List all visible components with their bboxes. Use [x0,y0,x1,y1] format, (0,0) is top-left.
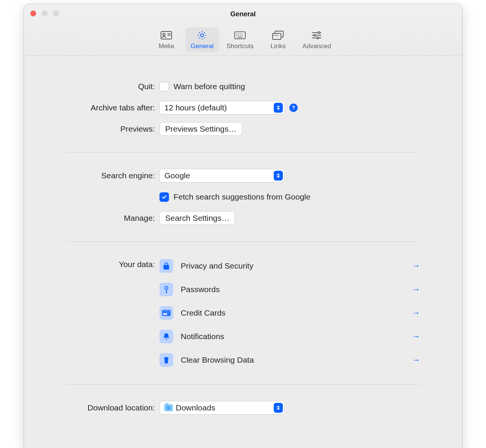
tab-melia[interactable]: Melia [150,27,183,52]
gear-icon [196,30,208,40]
row-title: Clear Browsing Data [181,355,404,365]
sliders-icon [311,30,322,40]
archive-tabs-label: Archive tabs after: [66,103,155,112]
row-title: Privacy and Security [181,261,404,270]
your-data-list: Privacy and Security → Passwords → [159,255,420,371]
clear-browsing-data-row[interactable]: Clear Browsing Data → [159,349,420,371]
row-title: Credit Cards [181,308,404,318]
tab-shortcuts[interactable]: Shortcuts [221,27,259,52]
tab-label: Advanced [302,42,331,50]
svg-point-8 [317,37,319,39]
svg-rect-5 [273,33,281,39]
credit-cards-row[interactable]: 123 Credit Cards → [159,302,420,324]
bell-icon [159,330,173,343]
arrow-right-icon: → [412,261,420,271]
svg-text:123: 123 [167,313,170,315]
fetch-suggestions-text: Fetch search suggestions from Google [174,192,311,201]
arrow-right-icon: → [412,285,420,294]
svg-point-1 [163,33,165,36]
search-engine-label: Search engine: [66,171,155,180]
archive-tabs-select[interactable]: 12 hours (default) [159,101,285,115]
fetch-suggestions-checkbox[interactable] [159,192,169,202]
your-data-label: Your data: [66,255,155,269]
svg-point-6 [318,32,320,34]
preferences-tabs: Melia General Shortcuts Links [24,27,462,52]
key-icon [159,283,173,296]
download-location-value: Downloads [176,403,215,412]
windows-icon [272,30,284,40]
svg-rect-9 [164,265,169,269]
privacy-and-security-row[interactable]: Privacy and Security → [159,255,420,277]
search-engine-select[interactable]: Google [159,169,285,182]
row-title: Notifications [181,332,404,341]
lock-icon [159,259,173,273]
preferences-window: General Melia General Shortcuts [24,4,462,448]
keyboard-icon [234,30,246,40]
preferences-content: Quit: Warn before quitting Archive tabs … [24,56,462,448]
svg-point-10 [165,286,168,289]
manage-label: Manage: [66,214,155,223]
archive-tabs-help-button[interactable]: ? [289,104,298,112]
section-divider [66,384,420,385]
profile-card-icon [161,30,172,40]
warn-before-quitting-checkbox[interactable] [159,82,169,91]
credit-card-icon: 123 [159,306,173,320]
trash-icon [159,353,173,367]
select-stepper-icon [274,171,283,181]
select-stepper-icon [274,103,283,113]
search-settings-button[interactable]: Search Settings… [159,211,235,225]
svg-rect-12 [163,311,170,313]
svg-point-7 [314,35,316,36]
tab-label: Shortcuts [227,42,254,50]
tab-label: Links [270,42,286,50]
download-location-label: Download location: [66,403,155,412]
search-engine-value: Google [164,171,190,180]
previews-settings-button[interactable]: Previews Settings… [159,122,242,136]
downloads-folder-icon [164,404,173,411]
quit-label: Quit: [66,82,155,91]
section-divider [66,241,420,242]
warn-before-quitting-text: Warn before quitting [174,82,245,91]
passwords-row[interactable]: Passwords → [159,279,420,300]
select-stepper-icon [274,403,283,413]
tab-general[interactable]: General [185,27,219,52]
arrow-right-icon: → [412,308,420,318]
arrow-right-icon: → [412,355,420,365]
tab-advanced[interactable]: Advanced [297,27,336,52]
svg-point-2 [200,34,204,37]
download-location-select[interactable]: Downloads [159,401,285,415]
notifications-row[interactable]: Notifications → [159,326,420,347]
row-title: Passwords [181,285,404,294]
window-titlebar: General Melia General Shortcuts [24,4,462,56]
tab-label: General [191,42,213,50]
window-title: General [24,10,462,18]
archive-tabs-value: 12 hours (default) [164,103,227,112]
previews-label: Previews: [66,124,155,134]
tab-label: Melia [159,42,174,50]
section-divider [66,152,420,152]
tab-links[interactable]: Links [261,27,295,52]
arrow-right-icon: → [412,332,420,341]
